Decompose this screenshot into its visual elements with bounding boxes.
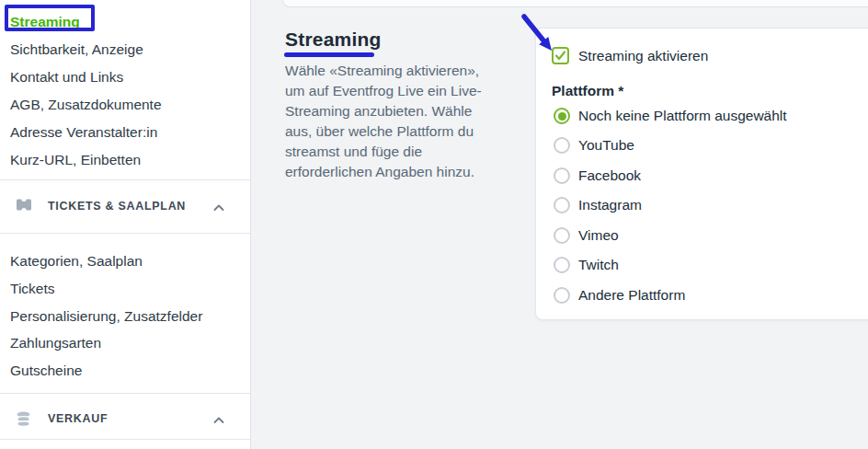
- platform-group-label: Plattform *: [552, 83, 623, 99]
- sidebar-item-zahlungsarten[interactable]: Zahlungsarten: [10, 333, 101, 352]
- radio-option-youtube[interactable]: YouTube: [554, 137, 634, 154]
- radio-label: Andere Plattform: [578, 287, 685, 304]
- streaming-checkbox-label: Streaming aktivieren: [578, 48, 708, 64]
- sidebar-item-personalisierung[interactable]: Personalisierung, Zusatzfelder: [10, 306, 202, 326]
- sidebar-item-adresse[interactable]: Adresse Veranstalter:in: [10, 122, 157, 142]
- radio-label: Noch keine Plattform ausgewählt: [578, 108, 787, 124]
- radio-icon[interactable]: [554, 257, 570, 273]
- radio-icon[interactable]: [554, 197, 570, 213]
- radio-label: YouTube: [578, 137, 634, 154]
- chevron-up-icon[interactable]: [211, 413, 226, 432]
- settings-sidebar: Streaming Sichtbarkeit, Anzeige Kontakt …: [0, 0, 251, 449]
- radio-icon[interactable]: [554, 227, 570, 244]
- sidebar-item-kategorien[interactable]: Kategorien, Saalplan: [10, 251, 143, 271]
- radio-icon[interactable]: [554, 287, 570, 304]
- radio-option-instagram[interactable]: Instagram: [554, 197, 642, 213]
- radio-label: Vimeo: [578, 227, 619, 244]
- radio-option-other[interactable]: Andere Plattform: [554, 287, 685, 304]
- radio-icon[interactable]: [554, 167, 570, 184]
- sidebar-divider: [0, 179, 250, 180]
- radio-option-none[interactable]: Noch keine Plattform ausgewählt: [554, 108, 787, 124]
- sidebar-item-gutscheine[interactable]: Gutscheine: [10, 361, 82, 380]
- radio-option-twitch[interactable]: Twitch: [554, 257, 619, 273]
- streaming-checkbox[interactable]: [552, 47, 569, 64]
- sidebar-divider: [0, 393, 250, 394]
- coins-icon: [16, 411, 31, 431]
- radio-label: Facebook: [578, 167, 641, 184]
- annotation-underline-title: [284, 52, 374, 57]
- sidebar-item-kontakt[interactable]: Kontakt und Links: [10, 67, 123, 86]
- upper-card-bottom-edge: [282, 0, 868, 7]
- page-title: Streaming: [285, 29, 382, 51]
- radio-label: Instagram: [578, 197, 642, 213]
- radio-option-vimeo[interactable]: Vimeo: [554, 227, 619, 244]
- streaming-settings-panel: Streaming aktivieren Plattform * Noch ke…: [535, 28, 868, 320]
- section-description: Wähle «Streaming aktivieren», um auf Eve…: [285, 61, 515, 182]
- sidebar-item-agb[interactable]: AGB, Zusatzdokumente: [10, 95, 162, 114]
- sidebar-item-sichtbarkeit[interactable]: Sichtbarkeit, Anzeige: [10, 40, 143, 59]
- sidebar-item-tickets[interactable]: Tickets: [10, 279, 55, 298]
- sidebar-divider: [0, 233, 250, 234]
- radio-option-facebook[interactable]: Facebook: [554, 167, 641, 184]
- sidebar-item-streaming[interactable]: Streaming: [10, 12, 80, 31]
- radio-label: Twitch: [578, 257, 619, 273]
- streaming-activate-row[interactable]: Streaming aktivieren: [552, 47, 708, 64]
- ticket-icon: [16, 198, 32, 215]
- sidebar-divider: [0, 439, 250, 440]
- event-settings-page: Streaming Sichtbarkeit, Anzeige Kontakt …: [0, 0, 868, 449]
- sidebar-section-tickets-saalplan[interactable]: TICKETS & SAALPLAN: [0, 195, 250, 223]
- radio-icon[interactable]: [554, 108, 570, 124]
- section-label: VERKAUF: [48, 412, 108, 425]
- radio-icon[interactable]: [554, 137, 570, 154]
- sidebar-section-verkauf[interactable]: VERKAUF: [0, 408, 250, 435]
- sidebar-item-kurz-url[interactable]: Kurz-URL, Einbetten: [10, 150, 141, 169]
- section-label: TICKETS & SAALPLAN: [48, 200, 186, 213]
- chevron-up-icon[interactable]: [211, 201, 226, 219]
